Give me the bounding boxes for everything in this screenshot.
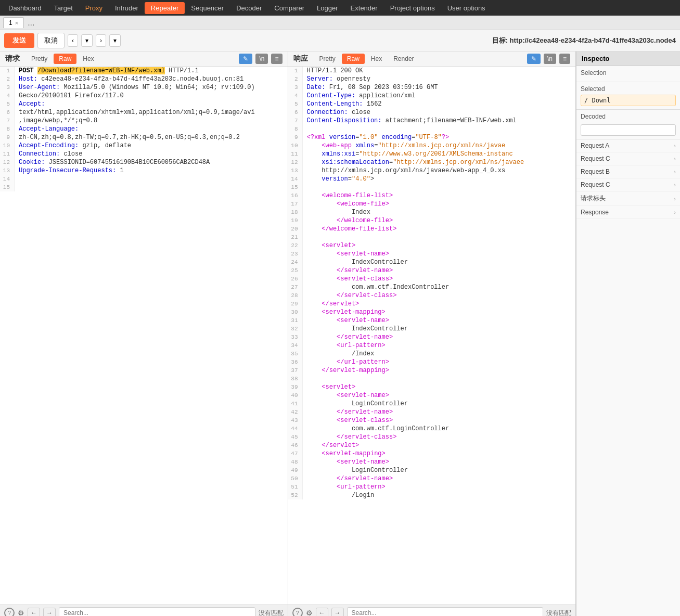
request-search-prev[interactable]: ← <box>28 608 40 616</box>
request-line-12: 12 Cookie: JSESSIONID=60745516190B4B10CE… <box>0 158 288 166</box>
request-line-3: 3 User-Agent: Mozilla/5.0 (Windows NT 10… <box>0 83 288 92</box>
toolbar: 发送 取消 ‹ ▾ › ▾ 目标: http://c42eea48-e234-4… <box>0 30 680 52</box>
resp-line-12: 12 xsi:schemaLocation="http://xmlns.jcp.… <box>288 158 576 166</box>
request-menu-icon[interactable]: ≡ <box>271 54 282 64</box>
cancel-button[interactable]: 取消 <box>37 33 65 48</box>
response-code-area: 1 HTTP/1.1 200 OK 2 Server: openresty 3 … <box>288 67 576 605</box>
resp-line-45: 45 </servlet-class> <box>288 433 576 441</box>
tab-1-close[interactable]: × <box>15 20 18 26</box>
tab-1-label: 1 <box>9 19 12 27</box>
nav-target[interactable]: Target <box>48 2 79 14</box>
send-button[interactable]: 发送 <box>4 33 34 48</box>
chevron-right-icon: › <box>674 182 676 188</box>
resp-line-28: 28 </servlet-class> <box>288 291 576 300</box>
resp-line-42: 42 </servlet-name> <box>288 408 576 416</box>
request-no-match: 没有匹配 <box>259 609 284 617</box>
tab-bar: 1 × ... <box>0 16 680 30</box>
target-label: 目标: http://c42eea48-e234-4f2a-b47d-41ffe… <box>492 36 676 45</box>
inspector-row-request-a[interactable]: Request A › <box>576 139 680 152</box>
inspector-row-request-c[interactable]: Request C › <box>576 152 680 165</box>
nav-repeater[interactable]: Repeater <box>145 2 185 14</box>
response-newline-icon[interactable]: \n <box>544 54 556 64</box>
request-gear-icon[interactable]: ⚙ <box>18 609 24 616</box>
resp-line-43: 43 <servlet-class> <box>288 416 576 425</box>
resp-line-30: 30 <servlet-mapping> <box>288 308 576 316</box>
response-help-icon[interactable]: ? <box>292 608 303 616</box>
response-menu-icon[interactable]: ≡ <box>559 54 570 64</box>
nav-next-button[interactable]: › <box>96 34 106 47</box>
inspector-selection-section: Selection <box>576 66 680 82</box>
inspector-row-request-c2[interactable]: Request C › <box>576 178 680 191</box>
resp-line-18: 18 Index <box>288 208 576 216</box>
response-toolbar: ✎ \n ≡ <box>525 54 570 64</box>
resp-line-6: 6 Connection: close <box>288 108 576 117</box>
response-tab-raw[interactable]: Raw <box>342 54 365 64</box>
resp-line-1: 1 HTTP/1.1 200 OK <box>288 67 576 75</box>
request-line-8: 8 Accept-Language: <box>0 125 288 133</box>
inspector-row-request-b[interactable]: Request B › <box>576 165 680 178</box>
response-search-next[interactable]: → <box>331 608 344 616</box>
response-pen-icon[interactable]: ✎ <box>527 54 541 64</box>
chevron-right-icon: › <box>674 169 676 175</box>
nav-proxy[interactable]: Proxy <box>79 2 109 14</box>
nav-sequencer[interactable]: Sequencer <box>185 2 230 14</box>
request-line-13: 13 Upgrade-Insecure-Requests: 1 <box>0 166 288 175</box>
inspector-panel: Inspecto Selection Selected / Downl Deco… <box>576 52 680 616</box>
request-line-10: 10 Accept-Encoding: gzip, deflate <box>0 142 288 150</box>
resp-line-22: 22 <servlet> <box>288 241 576 250</box>
chevron-right-icon: › <box>674 143 676 149</box>
request-panel: 请求 Pretty Raw Hex ✎ \n ≡ 1 POST /Downloa… <box>0 52 288 616</box>
nav-user-options[interactable]: User options <box>441 2 492 14</box>
nav-prev-button[interactable]: ‹ <box>68 34 78 47</box>
inspector-decoded-section: Decoded <box>576 110 680 139</box>
inspector-selected-value: / Downl <box>581 95 676 106</box>
response-search-input[interactable] <box>347 607 544 616</box>
tab-more[interactable]: ... <box>25 18 36 28</box>
resp-line-13: 13 http://xmlns.jcp.org/xml/ns/javaee/we… <box>288 166 576 175</box>
response-tab-pretty[interactable]: Pretty <box>314 54 341 64</box>
nav-logger[interactable]: Logger <box>311 2 344 14</box>
request-newline-icon[interactable]: \n <box>255 54 268 64</box>
response-no-match: 没有匹配 <box>546 609 571 617</box>
request-line-4: 4 Gecko/20100101 Firefox/117.0 <box>0 92 288 100</box>
nav-prev-down-button[interactable]: ▾ <box>81 34 93 47</box>
response-tab-render[interactable]: Render <box>388 54 419 64</box>
inspector-selected-label: Selected <box>581 85 676 93</box>
resp-line-4: 4 Content-Type: application/xml <box>288 92 576 100</box>
nav-dashboard[interactable]: Dashboard <box>2 2 48 14</box>
resp-line-36: 36 </url-pattern> <box>288 358 576 366</box>
response-search-prev[interactable]: ← <box>316 608 328 616</box>
resp-line-26: 26 <servlet-class> <box>288 275 576 283</box>
nav-intruder[interactable]: Intruder <box>109 2 145 14</box>
nav-project-options[interactable]: Project options <box>384 2 441 14</box>
request-search-next[interactable]: → <box>43 608 56 616</box>
request-help-icon[interactable]: ? <box>4 608 15 616</box>
request-line-6: 6 text/html,application/xhtml+xml,applic… <box>0 108 288 117</box>
nav-extender[interactable]: Extender <box>344 2 384 14</box>
tab-1[interactable]: 1 × <box>3 17 24 28</box>
request-line-5: 5 Accept: <box>0 100 288 108</box>
resp-line-52: 52 /Login <box>288 491 576 499</box>
response-tab-hex[interactable]: Hex <box>366 54 387 64</box>
resp-line-17: 17 <welcome-file> <box>288 200 576 208</box>
request-code-area: 1 POST /Download?filename=WEB-INF/web.xm… <box>0 67 288 605</box>
resp-line-23: 23 <servlet-name> <box>288 250 576 258</box>
request-pen-icon[interactable]: ✎ <box>239 54 252 64</box>
nav-next-down-button[interactable]: ▾ <box>109 34 121 47</box>
main-area: 请求 Pretty Raw Hex ✎ \n ≡ 1 POST /Downloa… <box>0 52 680 616</box>
inspector-decode-input[interactable] <box>581 124 676 136</box>
resp-line-39: 39 <servlet> <box>288 383 576 391</box>
request-search-input[interactable] <box>59 607 255 616</box>
resp-line-37: 37 </servlet-mapping> <box>288 366 576 375</box>
request-tab-pretty[interactable]: Pretty <box>26 54 53 64</box>
resp-line-10: 10 <web-app xmlns="http://xmlns.jcp.org/… <box>288 142 576 150</box>
nav-comparer[interactable]: Comparer <box>268 2 311 14</box>
request-tab-raw[interactable]: Raw <box>54 54 76 64</box>
inspector-row-request-headers[interactable]: 请求标头 › <box>576 191 680 206</box>
nav-decoder[interactable]: Decoder <box>230 2 268 14</box>
request-tab-hex[interactable]: Hex <box>78 54 99 64</box>
resp-line-20: 20 </welcome-file-list> <box>288 225 576 233</box>
resp-line-33: 33 </servlet-name> <box>288 333 576 341</box>
inspector-row-response[interactable]: Response › <box>576 206 680 219</box>
response-gear-icon[interactable]: ⚙ <box>306 609 313 616</box>
